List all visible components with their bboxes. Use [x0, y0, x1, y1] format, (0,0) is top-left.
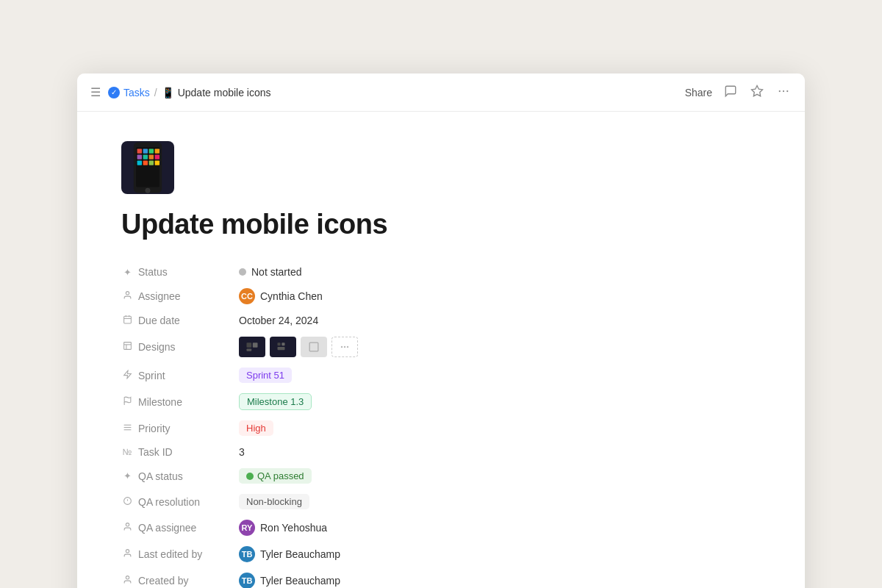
svg-rect-10: [137, 154, 142, 159]
svg-rect-28: [278, 343, 281, 345]
sprint-label: Sprint: [138, 370, 165, 381]
svg-rect-11: [143, 154, 148, 159]
milestone-tag[interactable]: Milestone 1.3: [239, 393, 312, 410]
prop-value-milestone[interactable]: Milestone 1.3: [239, 393, 312, 410]
prop-created-by: Created by TB Tyler Beauchamp: [121, 567, 761, 588]
prop-qa-assignee: QA assignee RY Ron Yehoshua: [121, 514, 761, 541]
designs-label: Designs: [138, 341, 176, 353]
task-id-label: Task ID: [138, 446, 173, 458]
qa-resolution-tag[interactable]: Non-blocking: [239, 494, 309, 509]
svg-rect-7: [143, 148, 148, 153]
breadcrumb: ✓ Tasks / 📱 Update mobile icons: [108, 87, 271, 98]
qa-assignee-value: Ron Yehoshua: [260, 522, 327, 534]
prop-value-task-id[interactable]: 3: [239, 446, 245, 458]
prop-label-task-id: № Task ID: [121, 446, 239, 458]
qa-assignee-label: QA assignee: [138, 522, 196, 534]
svg-point-1: [779, 90, 781, 91]
svg-marker-0: [752, 85, 763, 96]
design-thumb-2[interactable]: [270, 337, 296, 357]
svg-rect-31: [309, 343, 318, 351]
breadcrumb-tasks[interactable]: ✓ Tasks: [108, 87, 150, 98]
assignee-avatar: CC: [239, 288, 255, 304]
prop-qa-status: ✦ QA status QA passed: [121, 463, 761, 489]
last-edited-by-label: Last edited by: [138, 548, 202, 560]
prop-value-designs: [239, 337, 358, 357]
prop-value-assignee[interactable]: CC Cynthia Chen: [239, 288, 323, 304]
prop-value-status[interactable]: Not started: [239, 266, 301, 278]
svg-rect-26: [253, 343, 258, 348]
prop-label-milestone: Milestone: [121, 396, 239, 408]
qa-resolution-field-icon: [121, 496, 133, 508]
prop-sprint: Sprint Sprint 51: [121, 362, 761, 388]
svg-point-2: [783, 90, 784, 91]
status-label: Status: [138, 266, 168, 278]
svg-rect-15: [143, 160, 148, 165]
prop-label-assignee: Assignee: [121, 290, 239, 302]
page-content: Update mobile icons ✦ Status Not started: [77, 112, 805, 588]
priority-tag[interactable]: High: [239, 420, 273, 436]
page-icon-small: 📱: [162, 87, 174, 98]
design-thumb-1[interactable]: [239, 337, 265, 357]
prop-value-qa-status[interactable]: QA passed: [239, 468, 312, 484]
last-edited-by-avatar: TB: [239, 546, 255, 562]
priority-label: Priority: [138, 423, 171, 434]
svg-point-18: [146, 188, 150, 193]
task-id-value: 3: [239, 446, 245, 458]
sprint-field-icon: [121, 370, 133, 381]
prop-value-created-by[interactable]: TB Tyler Beauchamp: [239, 573, 340, 588]
priority-field-icon: [121, 423, 133, 434]
prop-label-last-edited-by: Last edited by: [121, 548, 239, 560]
page-emoji[interactable]: [121, 141, 174, 194]
prop-label-sprint: Sprint: [121, 370, 239, 381]
prop-label-qa-resolution: QA resolution: [121, 496, 239, 508]
svg-rect-12: [149, 154, 154, 159]
prop-label-status: ✦ Status: [121, 266, 239, 278]
svg-point-43: [126, 550, 129, 553]
due-date-value: October 24, 2024: [239, 315, 318, 326]
qa-assignee-field-icon: [121, 522, 133, 534]
design-thumb-3[interactable]: [301, 337, 327, 357]
prop-label-qa-assignee: QA assignee: [121, 522, 239, 534]
breadcrumb-separator: /: [154, 87, 157, 98]
svg-rect-17: [155, 160, 159, 165]
prop-value-sprint[interactable]: Sprint 51: [239, 368, 292, 383]
prop-priority: Priority High: [121, 415, 761, 441]
comment-button[interactable]: [723, 83, 739, 102]
star-button[interactable]: [749, 83, 765, 102]
qa-status-label: QA status: [138, 470, 183, 482]
designs-field-icon: [121, 341, 133, 353]
more-button[interactable]: [775, 83, 792, 102]
milestone-field-icon: [121, 396, 133, 408]
svg-rect-27: [247, 349, 252, 351]
prop-label-priority: Priority: [121, 423, 239, 434]
prop-status: ✦ Status Not started: [121, 261, 761, 283]
qa-status-tag[interactable]: QA passed: [239, 468, 312, 484]
due-date-field-icon: [121, 315, 133, 326]
qa-resolution-label: QA resolution: [138, 496, 200, 508]
svg-rect-9: [155, 148, 159, 153]
created-by-value: Tyler Beauchamp: [260, 575, 340, 587]
qa-status-field-icon: ✦: [121, 470, 133, 481]
sprint-tag[interactable]: Sprint 51: [239, 368, 292, 383]
prop-value-priority[interactable]: High: [239, 420, 273, 436]
prop-value-qa-assignee[interactable]: RY Ron Yehoshua: [239, 520, 327, 536]
created-by-avatar: TB: [239, 573, 255, 588]
prop-value-qa-resolution[interactable]: Non-blocking: [239, 494, 309, 509]
svg-point-33: [344, 346, 345, 348]
share-button[interactable]: Share: [685, 87, 712, 98]
prop-value-last-edited-by[interactable]: TB Tyler Beauchamp: [239, 546, 340, 562]
page-title: Update mobile icons: [121, 209, 761, 240]
prop-last-edited-by: Last edited by TB Tyler Beauchamp: [121, 541, 761, 567]
svg-point-3: [786, 90, 788, 91]
breadcrumb-current-page: 📱 Update mobile icons: [162, 87, 271, 98]
design-thumb-add[interactable]: [331, 337, 358, 357]
prop-value-due-date[interactable]: October 24, 2024: [239, 315, 318, 326]
menu-icon[interactable]: ☰: [90, 85, 101, 99]
last-edited-by-value: Tyler Beauchamp: [260, 548, 340, 560]
svg-point-32: [341, 346, 343, 348]
svg-rect-8: [149, 148, 154, 153]
svg-rect-16: [149, 160, 154, 165]
topbar-right: Share: [685, 83, 792, 102]
prop-task-id: № Task ID 3: [121, 441, 761, 463]
svg-point-19: [126, 292, 129, 295]
